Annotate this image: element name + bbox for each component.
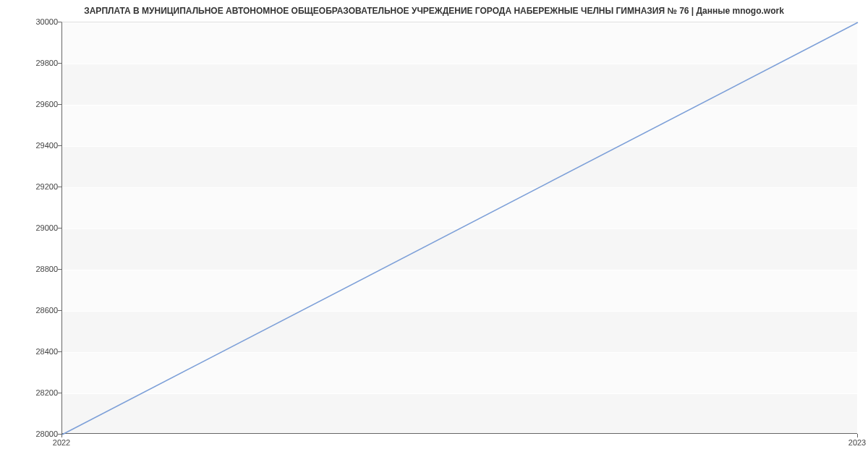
y-tick-mark (58, 310, 61, 311)
y-tick-label: 30000 (35, 17, 58, 26)
line-series (62, 22, 857, 433)
y-tick-label: 29800 (35, 59, 58, 67)
x-tick-mark (857, 434, 858, 437)
y-tick-label: 28000 (35, 430, 58, 438)
y-tick-label: 29400 (35, 141, 58, 150)
y-tick-mark (58, 393, 61, 393)
chart-container: ЗАРПЛАТА В МУНИЦИПАЛЬНОЕ АВТОНОМНОЕ ОБЩЕ… (0, 0, 868, 470)
y-tick-mark (58, 228, 61, 228)
x-tick-label: 2022 (53, 438, 70, 447)
chart-title: ЗАРПЛАТА В МУНИЦИПАЛЬНОЕ АВТОНОМНОЕ ОБЩЕ… (84, 6, 784, 16)
x-tick-mark (61, 434, 62, 437)
y-tick-label: 29600 (35, 100, 58, 108)
y-tick-mark (58, 22, 61, 22)
y-tick-mark (58, 104, 61, 105)
y-tick-mark (58, 351, 61, 352)
y-tick-mark (58, 63, 61, 64)
x-tick-label: 2023 (848, 438, 866, 447)
y-tick-mark (58, 269, 61, 270)
y-tick-mark (58, 145, 61, 146)
plot-area (61, 22, 857, 434)
y-tick-label: 28800 (35, 265, 58, 273)
y-tick-label: 28600 (35, 306, 58, 315)
y-tick-label: 28200 (35, 388, 58, 397)
y-tick-mark (58, 187, 61, 187)
y-tick-label: 29200 (35, 182, 58, 191)
y-tick-label: 28400 (35, 347, 58, 356)
y-tick-label: 29000 (35, 223, 58, 232)
